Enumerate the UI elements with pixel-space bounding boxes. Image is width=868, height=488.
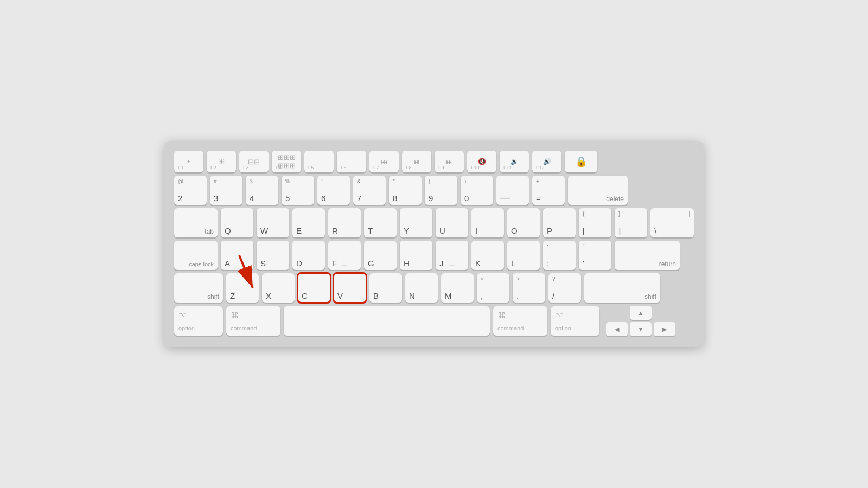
key-x[interactable]: X: [262, 273, 295, 303]
command-left-label: command: [231, 325, 257, 331]
key-j[interactable]: J —: [436, 241, 468, 270]
key-equals[interactable]: + =: [532, 176, 565, 205]
zxcv-row: shift Z X C V B N M < , > . ? / shift: [174, 273, 694, 303]
key-8[interactable]: * 8: [389, 176, 422, 205]
key-3[interactable]: # 3: [210, 176, 242, 205]
keyboard-container: ✦ F1 ☀ F2 ⊟⊞ F3 ⊞⊞⊞⊞⊞⊞ F4 F5 F6 ⏮: [164, 141, 704, 347]
key-f9[interactable]: ⏭ F9: [435, 151, 464, 172]
key-minus[interactable]: _ —: [496, 176, 529, 205]
number-row: @ 2 # 3 $ 4 % 5 ^ 6 & 7: [174, 176, 694, 205]
key-f[interactable]: F —: [328, 241, 361, 270]
key-right-bracket[interactable]: } ]: [615, 208, 647, 237]
fn-row: ✦ F1 ☀ F2 ⊟⊞ F3 ⊞⊞⊞⊞⊞⊞ F4 F5 F6 ⏮: [174, 151, 694, 172]
key-option-left[interactable]: ⌥ option: [174, 306, 223, 336]
key-p[interactable]: P: [543, 208, 576, 237]
key-tab[interactable]: tab: [174, 208, 218, 237]
key-f2[interactable]: ☀ F2: [207, 151, 236, 172]
key-slash[interactable]: ? /: [548, 273, 581, 303]
key-i[interactable]: I: [471, 208, 504, 237]
option-right-label: option: [555, 325, 571, 331]
key-t[interactable]: T: [364, 208, 397, 237]
qwerty-row: tab Q W E R T Y U I O P { [ } ] | \: [174, 208, 694, 237]
key-f11[interactable]: 🔉 F11: [500, 151, 529, 172]
key-f4[interactable]: ⊞⊞⊞⊞⊞⊞ F4: [272, 151, 301, 172]
key-5[interactable]: % 5: [282, 176, 314, 205]
key-u[interactable]: U: [436, 208, 468, 237]
key-f5[interactable]: F5: [304, 151, 334, 172]
key-delete[interactable]: delete: [568, 176, 628, 205]
key-a[interactable]: A: [221, 241, 253, 270]
key-f12[interactable]: 🔊 F12: [532, 151, 561, 172]
key-l[interactable]: L: [507, 241, 540, 270]
key-arrow-down[interactable]: ▼: [630, 322, 652, 336]
key-quote[interactable]: " ': [579, 241, 611, 270]
key-n[interactable]: N: [405, 273, 438, 303]
key-4[interactable]: $ 4: [246, 176, 278, 205]
key-7[interactable]: & 7: [353, 176, 386, 205]
key-2[interactable]: @ 2: [174, 176, 207, 205]
key-period[interactable]: > .: [513, 273, 545, 303]
key-0[interactable]: ) 0: [461, 176, 493, 205]
key-g[interactable]: G: [364, 241, 397, 270]
key-s[interactable]: S: [257, 241, 289, 270]
arrow-top-row: ▲: [606, 306, 675, 320]
key-c[interactable]: C: [298, 273, 330, 303]
key-command-right[interactable]: ⌘ command: [493, 306, 547, 336]
key-f10[interactable]: 🔇 F10: [467, 151, 496, 172]
key-r[interactable]: R: [328, 208, 361, 237]
arrow-bottom-row: ◀ ▼ ▶: [606, 322, 675, 336]
key-w[interactable]: W: [257, 208, 289, 237]
key-arrow-right[interactable]: ▶: [654, 322, 675, 336]
key-f3[interactable]: ⊟⊞ F3: [239, 151, 269, 172]
key-f8[interactable]: ⏯ F8: [402, 151, 431, 172]
key-6[interactable]: ^ 6: [317, 176, 350, 205]
key-arrow-left[interactable]: ◀: [606, 322, 628, 336]
key-lock[interactable]: 🔒: [565, 151, 597, 172]
option-left-label: option: [178, 325, 195, 331]
key-e[interactable]: E: [292, 208, 325, 237]
keyboard: ✦ F1 ☀ F2 ⊟⊞ F3 ⊞⊞⊞⊞⊞⊞ F4 F5 F6 ⏮: [164, 141, 704, 347]
key-backslash[interactable]: | \: [650, 208, 694, 237]
key-return[interactable]: return: [615, 241, 680, 270]
key-k[interactable]: K: [471, 241, 504, 270]
key-z[interactable]: Z: [226, 273, 259, 303]
command-right-label: command: [497, 325, 524, 331]
key-f6[interactable]: F6: [337, 151, 366, 172]
key-f1[interactable]: ✦ F1: [174, 151, 203, 172]
key-9[interactable]: ( 9: [425, 176, 457, 205]
key-m[interactable]: M: [441, 273, 474, 303]
key-h[interactable]: H: [400, 241, 432, 270]
key-f7[interactable]: ⏮ F7: [369, 151, 399, 172]
key-space[interactable]: [284, 306, 490, 336]
key-shift-right[interactable]: shift: [584, 273, 660, 303]
key-q[interactable]: Q: [221, 208, 253, 237]
key-option-right[interactable]: ⌥ option: [551, 306, 599, 336]
key-v[interactable]: V: [334, 273, 366, 303]
key-shift-left[interactable]: shift: [174, 273, 223, 303]
key-arrow-up[interactable]: ▲: [630, 306, 652, 320]
asdf-row: caps lock A S D F — G H J — K L : ; ": [174, 241, 694, 270]
key-y[interactable]: Y: [400, 208, 432, 237]
key-d[interactable]: D: [292, 241, 325, 270]
key-o[interactable]: O: [507, 208, 540, 237]
modifier-row: ⌥ option ⌘ command ⌘ command ⌥ option ▲: [174, 306, 694, 336]
key-comma[interactable]: < ,: [477, 273, 509, 303]
key-b[interactable]: B: [369, 273, 402, 303]
arrow-cluster: ▲ ◀ ▼ ▶: [606, 306, 675, 336]
key-command-left[interactable]: ⌘ command: [226, 306, 280, 336]
key-caps-lock[interactable]: caps lock: [174, 241, 218, 270]
key-semicolon[interactable]: : ;: [543, 241, 576, 270]
key-left-bracket[interactable]: { [: [579, 208, 611, 237]
